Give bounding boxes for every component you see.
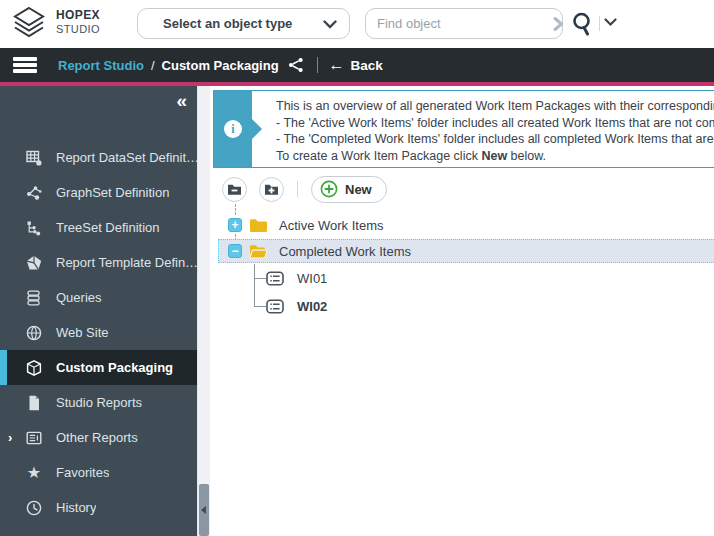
- share-icon[interactable]: [288, 57, 304, 73]
- info-box: i This is an overview of all generated W…: [213, 90, 714, 168]
- queries-stack-icon: [25, 289, 43, 307]
- hopex-logo-icon: [10, 5, 48, 43]
- sidebar-item-label: Custom Packaging: [56, 360, 173, 375]
- folder-plus-icon: [264, 183, 279, 196]
- sidebar-item-other-reports[interactable]: › Other Reports: [0, 420, 197, 455]
- brand-text: HOPEX STUDIO: [56, 9, 100, 35]
- sidebar-item-queries[interactable]: Queries: [0, 280, 197, 315]
- back-arrow-icon: ←: [329, 57, 345, 73]
- back-button[interactable]: ← Back: [329, 57, 383, 73]
- breadcrumb-divider: [317, 57, 318, 73]
- sidebar-item-label: TreeSet Definition: [56, 220, 160, 235]
- template-pentagon-icon: [25, 254, 43, 272]
- graphset-network-icon: [25, 184, 43, 202]
- folder-closed-icon: [249, 218, 268, 233]
- sidebar-collapse-button[interactable]: «: [176, 90, 187, 112]
- sidebar: « Report DataSet Definit…: [0, 86, 197, 536]
- document-icon: [25, 394, 43, 412]
- breadcrumb-report-studio[interactable]: Report Studio: [58, 58, 144, 73]
- object-type-dropdown[interactable]: Select an object type: [137, 8, 350, 39]
- tree-connector: [254, 306, 266, 307]
- tree-row-completed-work-items[interactable]: − Completed Work Items: [218, 239, 714, 263]
- sidebar-item-label: Report Template Defin…: [56, 255, 197, 270]
- newspaper-icon: [25, 429, 43, 447]
- sidebar-item-label: Web Site: [56, 325, 109, 340]
- sidebar-item-label: GraphSet Definition: [56, 185, 169, 200]
- work-items-tree: + Active Work Items − Completed Work Ite…: [210, 204, 714, 534]
- folder-minus-icon: [227, 183, 242, 196]
- info-line-3: - The 'Completed Work Items' folder incl…: [276, 131, 714, 148]
- expand-chevron-icon[interactable]: ›: [8, 430, 12, 445]
- plus-circle-icon: [320, 180, 338, 198]
- info-icon: i: [224, 120, 242, 138]
- package-box-icon: [25, 359, 43, 377]
- dataset-grid-icon: [25, 149, 43, 167]
- sidebar-item-history[interactable]: History: [0, 490, 197, 525]
- breadcrumb-separator: /: [151, 58, 155, 73]
- tree-row-wi02[interactable]: WI02: [266, 297, 327, 315]
- chevron-down-icon: [323, 20, 337, 29]
- star-icon: ★: [25, 464, 43, 482]
- sidebar-item-studio-reports[interactable]: Studio Reports: [0, 385, 197, 420]
- tree-toolbar: New: [210, 175, 387, 203]
- header-divider: [599, 16, 600, 31]
- sidebar-item-label: Report DataSet Definit…: [56, 150, 197, 165]
- tree-row-wi01[interactable]: WI01: [266, 269, 327, 287]
- tree-node-label: Active Work Items: [279, 218, 384, 233]
- collapse-toggle-minus[interactable]: −: [228, 244, 242, 258]
- tree-row-active-work-items[interactable]: + Active Work Items: [228, 216, 384, 234]
- work-item-icon: [266, 271, 284, 286]
- submit-chevron-icon[interactable]: [553, 17, 564, 31]
- sidebar-item-label: Studio Reports: [56, 395, 142, 410]
- brand-line2: STUDIO: [56, 23, 100, 36]
- sidebar-item-label: Favorites: [56, 465, 109, 480]
- sidebar-item-custom-packaging[interactable]: Custom Packaging: [0, 350, 197, 385]
- main-content: i This is an overview of all generated W…: [210, 86, 714, 536]
- search-options-chevron-icon[interactable]: [604, 18, 617, 27]
- object-type-dropdown-value: Select an object type: [138, 16, 292, 31]
- work-item-icon: [266, 299, 284, 314]
- breadcrumb: Report Studio / Custom Packaging: [58, 58, 279, 73]
- sidebar-item-favorites[interactable]: ★ Favorites: [0, 455, 197, 490]
- menu-icon[interactable]: [13, 57, 37, 72]
- info-badge: i: [214, 91, 252, 167]
- info-line-1: This is an overview of all generated Wor…: [276, 98, 714, 115]
- tree-node-label: Completed Work Items: [279, 244, 411, 259]
- expand-toggle-plus[interactable]: +: [228, 218, 242, 232]
- sidebar-splitter[interactable]: [197, 86, 210, 536]
- sidebar-item-web-site[interactable]: Web Site: [0, 315, 197, 350]
- sidebar-item-graphset[interactable]: GraphSet Definition: [0, 175, 197, 210]
- info-line-2: - The 'Active Work Items' folder include…: [276, 115, 714, 132]
- back-button-label: Back: [351, 58, 383, 73]
- find-object-input[interactable]: [366, 16, 553, 31]
- brand-line1: HOPEX: [56, 9, 100, 23]
- tree-node-label: WI02: [297, 299, 327, 314]
- search-icon[interactable]: [571, 11, 595, 37]
- folder-open-icon: [249, 244, 268, 259]
- sidebar-item-label: History: [56, 500, 96, 515]
- toolbar-divider: [297, 181, 298, 197]
- clock-icon: [25, 499, 43, 517]
- tree-connector: [254, 264, 255, 306]
- sidebar-item-report-template[interactable]: Report Template Defin…: [0, 245, 197, 280]
- sidebar-item-label: Other Reports: [56, 430, 138, 445]
- top-header: HOPEX STUDIO Select an object type: [0, 0, 714, 48]
- new-button[interactable]: New: [311, 176, 387, 203]
- info-text: This is an overview of all generated Wor…: [252, 91, 714, 167]
- splitter-collapse-handle[interactable]: [199, 484, 209, 536]
- tree-node-label: WI01: [297, 271, 327, 286]
- sidebar-nav: Report DataSet Definit… GraphSet Definit…: [0, 140, 197, 525]
- find-object-searchbox: [365, 8, 563, 39]
- info-line-4: To create a Work Item Package click New …: [276, 148, 714, 165]
- tree-connector: [235, 204, 236, 215]
- sidebar-item-report-dataset[interactable]: Report DataSet Definit…: [0, 140, 197, 175]
- sidebar-item-treeset[interactable]: TreeSet Definition: [0, 210, 197, 245]
- globe-icon: [25, 324, 43, 342]
- sidebar-item-label: Queries: [56, 290, 102, 305]
- treeset-icon: [25, 219, 43, 237]
- breadcrumb-current-page: Custom Packaging: [162, 58, 279, 73]
- expand-all-button[interactable]: [259, 177, 284, 202]
- tree-connector: [254, 278, 266, 279]
- new-button-label: New: [345, 182, 372, 197]
- collapse-all-button[interactable]: [222, 177, 247, 202]
